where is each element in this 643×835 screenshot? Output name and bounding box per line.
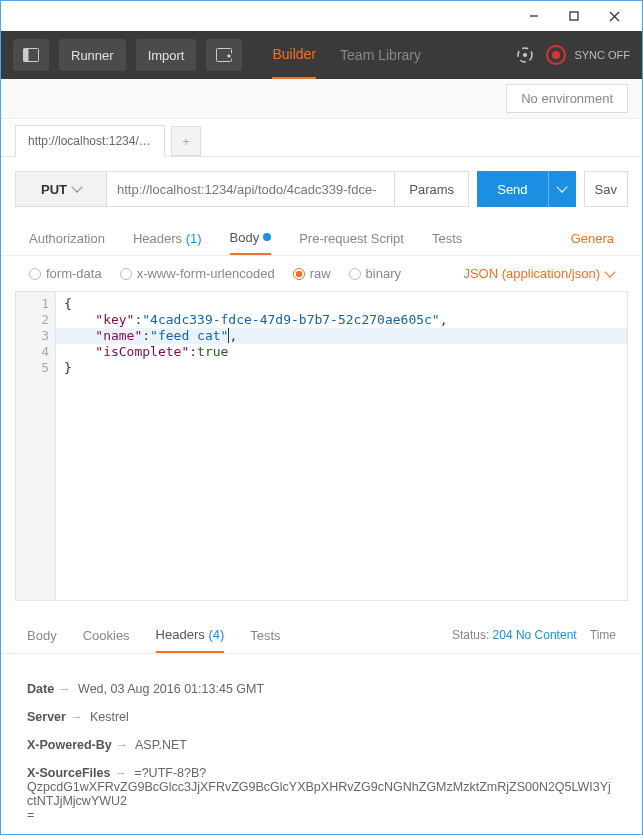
status-value: 204 No Content [493,628,577,642]
request-tab[interactable]: http://localhost:1234/api/to [15,125,165,157]
window-titlebar [1,1,642,31]
radio-icon [120,268,132,280]
sync-label: SYNC OFF [574,49,630,61]
editor-code[interactable]: { "key":"4cadc339-fdce-47d9-b7b7-52c270a… [56,292,627,600]
response-header-row: Date→ Wed, 03 Aug 2016 01:13:45 GMT [27,682,616,696]
svg-rect-5 [24,49,29,62]
http-method-label: PUT [41,182,67,197]
tab-headers[interactable]: Headers (1) [133,221,202,255]
sync-status[interactable]: SYNC OFF [546,45,630,65]
time-label: Time [590,628,616,642]
radio-icon [29,268,41,280]
body-type-urlencoded[interactable]: x-www-form-urlencoded [120,266,275,281]
sync-target-icon[interactable] [516,46,534,64]
generate-code-link[interactable]: Genera [571,231,614,246]
window-minimize[interactable] [514,2,554,30]
tab-headers-label: Headers [133,231,182,246]
response-header-row: Server→ Kestrel [27,710,616,724]
chevron-down-icon [604,266,615,277]
tab-pre-request-script[interactable]: Pre-request Script [299,221,404,255]
resp-tab-headers[interactable]: Headers (4) [156,617,225,653]
tab-authorization[interactable]: Authorization [29,221,105,255]
body-type-row: form-data x-www-form-urlencoded raw bina… [1,256,642,291]
tab-tests[interactable]: Tests [432,221,462,255]
request-subtabs: Authorization Headers (1) Body Pre-reque… [1,221,642,256]
resp-headers-count: (4) [208,627,224,642]
label-urlenc: x-www-form-urlencoded [137,266,275,281]
request-row: PUT http://localhost:1234/api/todo/4cadc… [1,157,642,221]
headers-count: (1) [186,231,202,246]
request-tab-row: http://localhost:1234/api/to + [1,119,642,157]
svg-point-11 [523,53,527,57]
resp-tab-cookies[interactable]: Cookies [83,617,130,653]
editor-gutter: 12345 [16,292,56,600]
modified-dot-icon [263,233,271,241]
nav-team-library[interactable]: Team Library [340,31,421,79]
label-form-data: form-data [46,266,102,281]
response-tabs: Body Cookies Headers (4) Tests Status: 2… [1,617,642,654]
radio-icon [349,268,361,280]
send-button[interactable]: Send [477,171,547,207]
topbar: Runner Import Builder Team Library SYNC … [1,31,642,79]
status-label: Status: [452,628,489,642]
response-header-row: X-SourceFiles→ =?UTF-8?B?QzpcdG1wXFRvZG9… [27,766,616,822]
send-dropdown[interactable] [548,171,576,207]
body-type-raw[interactable]: raw [293,266,331,281]
svg-rect-1 [570,12,578,20]
environment-selector[interactable]: No environment [506,84,628,113]
chevron-down-icon [556,181,567,192]
sidebar-toggle-button[interactable] [13,39,49,71]
window-maximize[interactable] [554,2,594,30]
nav-builder[interactable]: Builder [272,31,316,79]
import-button[interactable]: Import [136,39,197,71]
response-headers-list: Date→ Wed, 03 Aug 2016 01:13:45 GMTServe… [1,654,642,835]
label-binary: binary [366,266,401,281]
sync-off-icon [546,45,566,65]
environment-row: No environment [1,79,642,119]
runner-button[interactable]: Runner [59,39,126,71]
add-request-tab[interactable]: + [171,126,201,156]
http-method-selector[interactable]: PUT [15,171,107,207]
raw-type-selector[interactable]: JSON (application/json) [463,266,614,281]
tab-body-label: Body [230,230,260,245]
body-type-form-data[interactable]: form-data [29,266,102,281]
label-raw: raw [310,266,331,281]
resp-tab-tests[interactable]: Tests [250,617,280,653]
tab-body[interactable]: Body [230,221,272,255]
raw-type-label: JSON (application/json) [463,266,600,281]
new-tab-button[interactable] [206,39,242,71]
radio-on-icon [293,268,305,280]
params-button[interactable]: Params [395,171,469,207]
response-header-row: X-Powered-By→ ASP.NET [27,738,616,752]
request-url-input[interactable]: http://localhost:1234/api/todo/4cadc339-… [107,171,395,207]
response-status: Status: 204 No Content Time [452,628,616,642]
save-button[interactable]: Sav [584,171,628,207]
window-close[interactable] [594,2,634,30]
resp-tab-body[interactable]: Body [27,617,57,653]
body-editor[interactable]: 12345 { "key":"4cadc339-fdce-47d9-b7b7-5… [15,291,628,601]
chevron-down-icon [71,181,82,192]
body-type-binary[interactable]: binary [349,266,401,281]
resp-headers-label: Headers [156,627,205,642]
main-nav: Builder Team Library [272,31,421,79]
